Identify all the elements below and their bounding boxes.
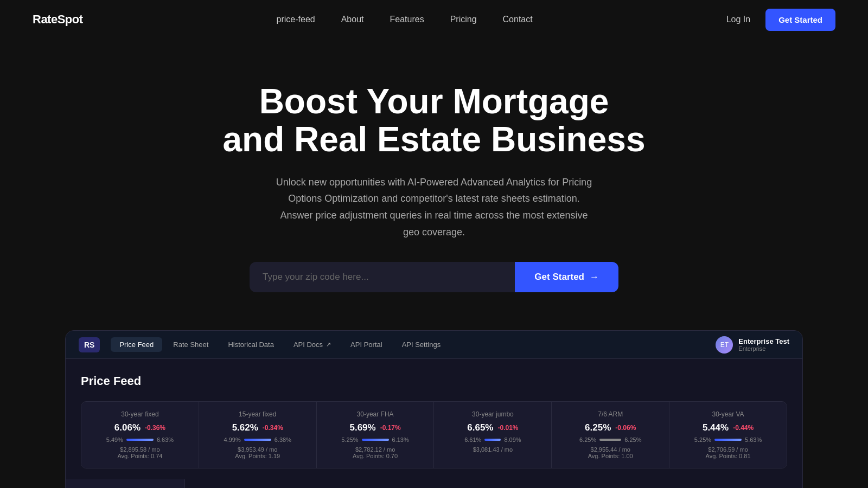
- zip-code-input[interactable]: [250, 262, 515, 292]
- dash-nav-historical-data[interactable]: Historical Data: [219, 337, 283, 352]
- rc-range-0: 5.49% 6.63%: [92, 436, 188, 443]
- rc-change-3: -0.01%: [497, 424, 518, 432]
- rate-card-15yr-fixed: 15-year fixed 5.62% -0.34% 4.99% 6.38% $…: [199, 402, 317, 468]
- rc-range-4: 6.25% 6.25%: [563, 436, 658, 443]
- rc-label-1: 15-year fixed: [210, 410, 305, 418]
- rc-monthly-4: $2,955.44 / mo: [563, 446, 658, 453]
- dash-nav-api-portal[interactable]: API Portal: [342, 337, 391, 352]
- rate-card-76arm: 7/6 ARM 6.25% -0.06% 6.25% 6.25% $2,955.…: [552, 402, 669, 468]
- login-link[interactable]: Log In: [726, 15, 750, 24]
- rc-change-0: -0.36%: [145, 424, 165, 432]
- rc-change-4: -0.06%: [615, 424, 636, 432]
- rate-cards-container: 30-year fixed 6.06% -0.36% 5.49% 6.63% $…: [81, 401, 787, 468]
- user-avatar: ET: [716, 336, 733, 354]
- rc-main-1: 5.62% -0.34%: [210, 422, 305, 433]
- nav-about[interactable]: About: [341, 15, 364, 24]
- rc-monthly-1: $3,953.49 / mo: [210, 446, 305, 453]
- price-feed-title: Price Feed: [81, 374, 787, 388]
- nav-get-started-button[interactable]: Get Started: [765, 9, 835, 31]
- price-feed-section: Price Feed 30-year fixed 6.06% -0.36% 5.…: [66, 359, 802, 479]
- dashboard-frame: RS Price Feed Rate Sheet Historical Data…: [65, 330, 803, 488]
- rc-label-2: 30-year FHA: [328, 410, 423, 418]
- rate-card-30yr-jumbo: 30-year jumbo 6.65% -0.01% 6.61% 8.09% $…: [434, 402, 552, 468]
- rc-main-0: 6.06% -0.36%: [92, 422, 188, 433]
- rc-main-2: 5.69% -0.17%: [328, 422, 423, 433]
- rc-bar-0: [126, 439, 154, 441]
- search-panel: Search Purpose Purchase Refinance Zip Co…: [66, 479, 185, 488]
- nav-contact[interactable]: Contact: [503, 15, 533, 24]
- dash-nav-api-docs[interactable]: API Docs ↗: [285, 337, 340, 352]
- rc-range-5: 5.25% 5.63%: [680, 436, 776, 443]
- arrow-right-icon: →: [590, 272, 599, 282]
- dashboard-user-area: ET Enterprise Test Enterprise: [716, 336, 789, 354]
- rc-monthly-3: $3,081.43 / mo: [445, 446, 540, 453]
- rc-label-3: 30-year jumbo: [445, 410, 540, 418]
- nav-pricing[interactable]: Pricing: [450, 15, 477, 24]
- nav-links: price-feed About Features Pricing Contac…: [277, 15, 533, 24]
- rc-bar-1: [244, 439, 271, 441]
- rc-change-5: -0.44%: [733, 424, 754, 432]
- dash-nav-price-feed[interactable]: Price Feed: [111, 337, 162, 352]
- dashboard-logo: RS: [79, 337, 100, 352]
- rc-bar-2: [362, 439, 389, 441]
- rc-range-3: 6.61% 8.09%: [445, 436, 540, 443]
- rc-label-0: 30-year fixed: [92, 410, 188, 418]
- external-link-icon: ↗: [326, 341, 331, 348]
- bottom-section: Search Purpose Purchase Refinance Zip Co…: [66, 479, 802, 488]
- user-info: Enterprise Test Enterprise: [738, 337, 789, 352]
- rc-bar-5: [714, 439, 742, 441]
- rc-rate-1: 5.62%: [232, 422, 258, 433]
- rc-rate-0: 6.06%: [114, 422, 141, 433]
- nav-features[interactable]: Features: [390, 15, 424, 24]
- brand-logo: RateSpot: [33, 12, 83, 27]
- rate-card-30yr-fixed: 30-year fixed 6.06% -0.36% 5.49% 6.63% $…: [81, 402, 199, 468]
- hero-section: Boost Your Mortgage and Real Estate Busi…: [0, 39, 868, 314]
- rc-monthly-0: $2,895.58 / mo: [92, 446, 188, 453]
- rc-bar-4: [599, 439, 621, 441]
- rc-main-4: 6.25% -0.06%: [563, 422, 658, 433]
- hero-headline: Boost Your Mortgage and Real Estate Busi…: [33, 82, 835, 159]
- rc-range-2: 5.25% 6.13%: [328, 436, 423, 443]
- rc-rate-4: 6.25%: [585, 422, 611, 433]
- rc-main-5: 5.44% -0.44%: [680, 422, 776, 433]
- rc-points-4: Avg. Points: 1.00: [563, 453, 658, 459]
- dash-nav-api-settings[interactable]: API Settings: [393, 337, 450, 352]
- rc-points-1: Avg. Points: 1.19: [210, 453, 305, 459]
- rc-rate-5: 5.44%: [703, 422, 729, 433]
- user-name: Enterprise Test: [738, 337, 789, 345]
- dash-nav-rate-sheet[interactable]: Rate Sheet: [164, 337, 217, 352]
- rc-monthly-2: $2,782.12 / mo: [328, 446, 423, 453]
- dashboard-nav: RS Price Feed Rate Sheet Historical Data…: [66, 331, 802, 359]
- rc-label-4: 7/6 ARM: [563, 410, 658, 418]
- rc-rate-3: 6.65%: [467, 422, 493, 433]
- user-role: Enterprise: [738, 345, 789, 352]
- hero-subtext: Unlock new opportunities with AI-Powered…: [271, 174, 597, 240]
- hero-search-bar: Get Started →: [250, 262, 618, 292]
- rate-card-30yr-va: 30-year VA 5.44% -0.44% 5.25% 5.63% $2,7…: [669, 402, 787, 468]
- nav-right: Log In Get Started: [726, 9, 835, 31]
- pick-property-panel: ↓ 1. Pick a Property City: Beverly Hills…: [185, 479, 802, 488]
- rc-points-5: Avg. Points: 0.81: [680, 453, 776, 459]
- rc-main-3: 6.65% -0.01%: [445, 422, 540, 433]
- rc-points-2: Avg. Points: 0.70: [328, 453, 423, 459]
- rc-change-2: -0.17%: [380, 424, 401, 432]
- hero-get-started-button[interactable]: Get Started →: [515, 262, 618, 292]
- rc-points-0: Avg. Points: 0.74: [92, 453, 188, 459]
- rc-bar-3: [484, 439, 501, 441]
- rc-range-1: 4.99% 6.38%: [210, 436, 305, 443]
- nav-home[interactable]: price-feed: [277, 15, 315, 24]
- rc-monthly-5: $2,706.59 / mo: [680, 446, 776, 453]
- rc-label-5: 30-year VA: [680, 410, 776, 418]
- rate-card-30yr-fha: 30-year FHA 5.69% -0.17% 5.25% 6.13% $2,…: [317, 402, 435, 468]
- rc-rate-2: 5.69%: [349, 422, 375, 433]
- main-nav: RateSpot price-feed About Features Prici…: [0, 0, 868, 39]
- rc-change-1: -0.34%: [263, 424, 283, 432]
